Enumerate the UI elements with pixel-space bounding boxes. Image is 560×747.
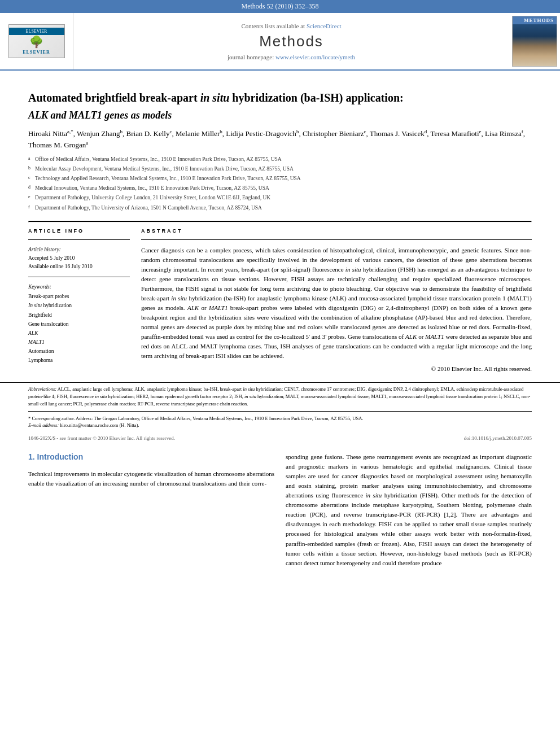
affiliation-b: b Molecular Assay Development, Ventana M… bbox=[28, 165, 532, 173]
main-col-left: 1. Introduction Technical improvements i… bbox=[28, 452, 274, 568]
abbreviations: Abbreviations: ALCL, anaplastic large ce… bbox=[28, 386, 532, 407]
article-info-abstract: ARTICLE INFO Article history: Accepted 5… bbox=[28, 228, 532, 373]
keyword-7: Automation bbox=[28, 347, 130, 356]
section1-title: Introduction bbox=[37, 452, 84, 461]
corresponding-author: * Corresponding author. Address: The Gro… bbox=[28, 415, 532, 422]
article-info-column: ARTICLE INFO Article history: Accepted 5… bbox=[28, 228, 130, 373]
abstract-column: ABSTRACT Cancer diagnosis can be a compl… bbox=[141, 228, 532, 373]
journal-url[interactable]: www.elsevier.com/locate/ymeth bbox=[275, 54, 355, 60]
divider-main bbox=[28, 221, 532, 222]
elsevier-tree-icon: 🌳 bbox=[29, 35, 43, 49]
article-title: Automated brightfield break-apart in sit… bbox=[28, 90, 532, 105]
elsevier-label: ELSEVIER bbox=[26, 29, 47, 34]
available-date: Available online 16 July 2010 bbox=[28, 263, 130, 271]
main-content: 1. Introduction Technical improvements i… bbox=[0, 444, 560, 579]
divider-keywords bbox=[28, 277, 130, 277]
keyword-3: Brightfield bbox=[28, 311, 130, 320]
keyword-8: Lymphoma bbox=[28, 356, 130, 365]
divider-abstract bbox=[141, 239, 532, 240]
footnote-sep bbox=[28, 411, 532, 412]
email-address: E-mail address: hiro.nitta@ventana.roche… bbox=[28, 422, 532, 429]
authors-list: Hiroaki Nittaa,*, Wenjun Zhangb, Brian D… bbox=[28, 128, 532, 151]
section1-number: 1. bbox=[28, 452, 37, 461]
affiliation-e: e Department of Pathology, University Co… bbox=[28, 194, 532, 202]
affiliation-c: c Technology and Applied Research, Venta… bbox=[28, 174, 532, 183]
journal-cover-area: METHODS bbox=[509, 13, 560, 69]
affiliation-a: a Office of Medical Affairs, Ventana Med… bbox=[28, 155, 532, 164]
main-col-right: sponding gene fusions. These gene rearra… bbox=[286, 452, 532, 568]
elsevier-logo: ELSEVIER 🌳 ELSEVIER bbox=[8, 24, 65, 58]
bottom-bar: 1046-202X/$ - see front matter © 2010 El… bbox=[0, 433, 560, 444]
methods-cover-image: METHODS bbox=[512, 16, 557, 67]
journal-header-center: Contents lists available at ScienceDirec… bbox=[73, 13, 509, 69]
affiliation-f: f Department of Pathology, The Universit… bbox=[28, 204, 532, 212]
abstract-header: ABSTRACT bbox=[141, 228, 532, 234]
accepted-date: Accepted 5 July 2010 bbox=[28, 254, 130, 263]
journal-citation-bar: Methods 52 (2010) 352–358 bbox=[0, 0, 560, 13]
keyword-5: ALK bbox=[28, 329, 130, 338]
sciencedirect-line: Contents lists available at ScienceDirec… bbox=[241, 23, 341, 29]
journal-citation: Methods 52 (2010) 352–358 bbox=[242, 2, 319, 10]
article-subtitle: ALK and MALT1 genes as models bbox=[28, 110, 532, 121]
elsevier-logo-top: ELSEVIER bbox=[9, 28, 64, 35]
elsevier-name: ELSEVIER bbox=[23, 50, 50, 55]
keyword-1: Break-apart probes bbox=[28, 292, 130, 301]
intro-right-text: sponding gene fusions. These gene rearra… bbox=[286, 452, 532, 568]
affiliation-d: d Medical Innovation, Ventana Medical Sy… bbox=[28, 184, 532, 193]
page-container: Methods 52 (2010) 352–358 ELSEVIER 🌳 ELS… bbox=[0, 0, 560, 579]
methods-cover-label: METHODS bbox=[513, 16, 557, 24]
article-area: Automated brightfield break-apart in sit… bbox=[0, 71, 560, 382]
footnote-area: Abbreviations: ALCL, anaplastic large ce… bbox=[0, 382, 560, 433]
divider-info bbox=[28, 239, 130, 240]
elsevier-logo-area: ELSEVIER 🌳 ELSEVIER bbox=[0, 13, 73, 69]
keyword-6: MALT1 bbox=[28, 338, 130, 347]
history-label: Article history: bbox=[28, 246, 130, 254]
affiliations: a Office of Medical Affairs, Ventana Med… bbox=[28, 155, 532, 212]
issn-line: 1046-202X/$ - see front matter © 2010 El… bbox=[28, 435, 175, 441]
copyright: © 2010 Elsevier Inc. All rights reserved… bbox=[141, 365, 532, 372]
doi-line: doi:10.1016/j.ymeth.2010.07.005 bbox=[464, 435, 532, 441]
abstract-text: Cancer diagnosis can be a complex proces… bbox=[141, 246, 532, 361]
intro-left-text: Technical improvements in molecular cyto… bbox=[28, 469, 274, 488]
journal-name: Methods bbox=[259, 33, 323, 50]
keyword-2: In situ hybridization bbox=[28, 301, 130, 310]
keywords-section: Keywords: Break-apart probes In situ hyb… bbox=[28, 284, 130, 365]
keyword-4: Gene translocation bbox=[28, 320, 130, 329]
article-history: Article history: Accepted 5 July 2010 Av… bbox=[28, 246, 130, 272]
article-info-header: ARTICLE INFO bbox=[28, 228, 130, 234]
journal-header: ELSEVIER 🌳 ELSEVIER Contents lists avail… bbox=[0, 13, 560, 71]
keywords-label: Keywords: bbox=[28, 284, 130, 290]
journal-homepage: journal homepage: www.elsevier.com/locat… bbox=[228, 54, 355, 60]
sciencedirect-link[interactable]: ScienceDirect bbox=[307, 23, 342, 29]
